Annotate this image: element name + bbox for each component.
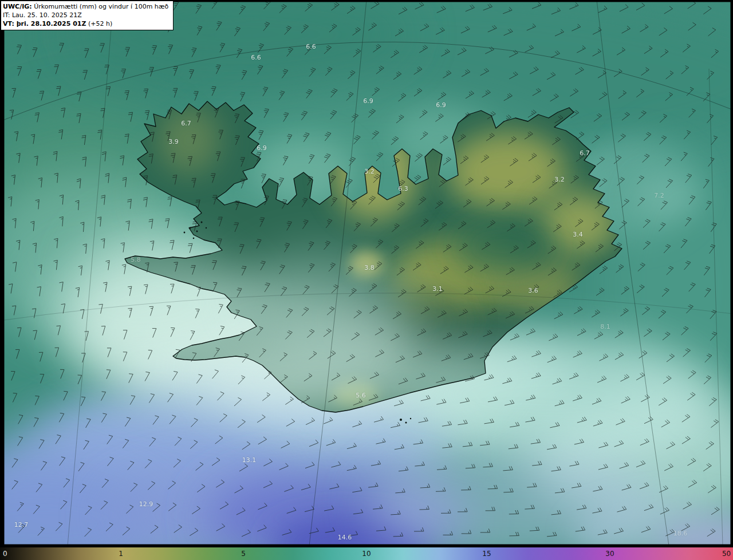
init-time: IT: Lau. 25. 10. 2025 21Z [3, 11, 168, 19]
colorbar: 01510153050 [0, 547, 733, 560]
colorbar-tick: 5 [241, 550, 246, 557]
weather-map [0, 0, 733, 547]
title-box: UWC/IG: Úrkomumætti (mm) og vindur í 100… [1, 1, 174, 30]
map-field [0, 0, 733, 547]
colorbar-ticks: 01510153050 [0, 547, 733, 560]
colorbar-tick: 30 [605, 550, 614, 557]
colorbar-tick: 10 [362, 550, 371, 557]
weather-map-stage: 6.66.66.96.96.73.96.93.26.36.73.27.23.45… [0, 0, 733, 560]
colorbar-tick: 0 [3, 550, 7, 557]
title-line-product: UWC/IG: Úrkomumætti (mm) og vindur í 100… [3, 2, 168, 11]
product-title: Úrkomumætti (mm) og vindur í 100m hæð [32, 3, 169, 10]
valid-time-offset: (+52 h) [86, 20, 112, 27]
product-label: UWC/IG: [3, 3, 32, 10]
valid-time: VT: þri. 28.10.2025 01Z [3, 20, 86, 27]
colorbar-tick: 50 [722, 550, 731, 557]
title-line-valid: VT: þri. 28.10.2025 01Z (+52 h) [3, 19, 168, 28]
colorbar-tick: 1 [119, 550, 123, 557]
colorbar-tick: 15 [482, 550, 491, 557]
